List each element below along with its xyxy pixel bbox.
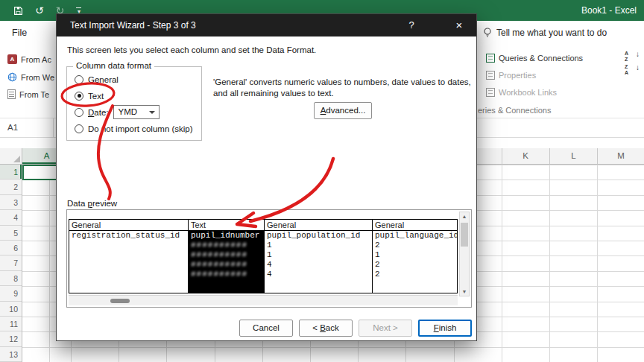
access-icon: A bbox=[7, 54, 17, 64]
save-icon[interactable] bbox=[13, 6, 23, 16]
column-data-format-group: Column data format General Text Date: YM… bbox=[66, 66, 202, 141]
preview-vertical-scrollbar[interactable]: ▲ ▼ bbox=[459, 212, 470, 296]
scroll-up-icon[interactable]: ▲ bbox=[460, 214, 469, 219]
next-button: Next > bbox=[359, 320, 412, 337]
globe-icon bbox=[7, 72, 17, 82]
name-box[interactable]: A1 bbox=[0, 118, 54, 137]
radio-text[interactable]: Text bbox=[75, 91, 104, 101]
workbook-title: Book1 - Excel bbox=[581, 0, 637, 21]
group-legend: Column data format bbox=[73, 61, 154, 70]
radio-circle[interactable] bbox=[75, 75, 83, 84]
radio-skip-label: Do not import column (skip) bbox=[88, 124, 193, 133]
preview-table: General registration_status_id Text pup bbox=[69, 219, 458, 293]
row-header[interactable]: 13 bbox=[0, 347, 22, 362]
text-file-icon bbox=[7, 89, 16, 99]
select-all-corner[interactable] bbox=[0, 148, 22, 164]
finish-button[interactable]: Finish bbox=[418, 320, 472, 337]
queries-connections-button[interactable]: Queries & Connections bbox=[486, 54, 583, 63]
date-format-dropdown[interactable]: YMD bbox=[113, 105, 160, 119]
column-header-l[interactable]: L bbox=[550, 148, 597, 164]
from-text-button[interactable]: From Te bbox=[7, 89, 49, 99]
cancel-button[interactable]: Cancel bbox=[239, 320, 293, 337]
properties-icon bbox=[486, 71, 495, 80]
sort-ascending-icon[interactable]: AZ↓ bbox=[625, 51, 640, 63]
radio-date[interactable]: Date: YMD bbox=[75, 107, 160, 117]
row-header[interactable]: 1 bbox=[0, 165, 22, 180]
back-button[interactable]: < Back bbox=[299, 320, 353, 337]
row-header[interactable]: 2 bbox=[0, 180, 22, 194]
dialog-intro-text: This screen lets you select each column … bbox=[67, 45, 316, 54]
queries-group-label: eries & Connections bbox=[478, 106, 551, 115]
workbook-links-button: Workbook Links bbox=[486, 88, 557, 97]
tell-me-box[interactable]: Tell me what you want to do bbox=[483, 28, 607, 38]
advanced-button[interactable]: Advanced... bbox=[314, 102, 372, 119]
horizontal-scroll-thumb[interactable] bbox=[110, 299, 130, 303]
date-format-value: YMD bbox=[119, 107, 138, 116]
scroll-down-icon[interactable]: ▼ bbox=[460, 289, 469, 294]
radio-general[interactable]: General bbox=[75, 74, 119, 84]
radio-circle[interactable] bbox=[75, 108, 83, 117]
preview-column-pupil-language-id[interactable]: General pupil_language_id 2 1 2 2 bbox=[373, 220, 458, 293]
sort-descending-icon[interactable]: ZA↓ bbox=[625, 64, 640, 77]
row-header[interactable]: 4 bbox=[0, 210, 22, 225]
help-button[interactable]: ? bbox=[396, 14, 427, 36]
row-header[interactable]: 9 bbox=[0, 286, 22, 301]
dialog-body: This screen lets you select each column … bbox=[57, 36, 476, 340]
column-header-m[interactable]: M bbox=[598, 148, 644, 164]
radio-skip[interactable]: Do not import column (skip) bbox=[75, 124, 193, 133]
queries-icon bbox=[486, 54, 495, 63]
vertical-scroll-thumb[interactable] bbox=[461, 223, 468, 247]
dialog-titlebar: Text Import Wizard - Step 3 of 3 ? × bbox=[57, 14, 476, 36]
customize-qat-icon[interactable]: ▾ bbox=[76, 7, 81, 13]
links-icon bbox=[486, 88, 495, 97]
row-headers: 1 2 3 4 5 6 7 8 9 10 11 12 13 bbox=[0, 165, 22, 362]
row-header[interactable]: 5 bbox=[0, 226, 22, 241]
general-format-hint: 'General' converts numeric values to num… bbox=[213, 77, 479, 99]
row-header[interactable]: 3 bbox=[0, 195, 22, 210]
tell-me-label: Tell me what you want to do bbox=[496, 28, 607, 38]
preview-column-pupil-population-id[interactable]: General pupil_population_id 1 1 4 4 bbox=[265, 220, 373, 293]
excel-window: ↺ ↻ ▾ Book1 - Excel File Tell me what yo… bbox=[0, 0, 644, 362]
row-header[interactable]: 10 bbox=[0, 302, 22, 317]
row-header[interactable]: 6 bbox=[0, 241, 22, 255]
radio-circle[interactable] bbox=[75, 124, 83, 133]
close-icon[interactable]: × bbox=[442, 14, 476, 36]
radio-general-label: General bbox=[88, 75, 119, 84]
preview-column-pupil-idnumber[interactable]: Text pupil_idnumber ########## #########… bbox=[189, 220, 265, 293]
row-header[interactable]: 8 bbox=[0, 271, 22, 286]
lightbulb-icon bbox=[483, 28, 492, 38]
row-header[interactable]: 12 bbox=[0, 331, 22, 346]
data-preview-box: General registration_status_id Text pup bbox=[66, 209, 472, 308]
radio-text-label: Text bbox=[88, 92, 104, 101]
preview-horizontal-scrollbar[interactable] bbox=[69, 295, 458, 305]
from-access-button[interactable]: A From Ac bbox=[7, 54, 51, 64]
text-import-wizard-dialog: Text Import Wizard - Step 3 of 3 ? × Thi… bbox=[56, 13, 477, 341]
undo-icon[interactable]: ↺ bbox=[35, 5, 44, 16]
dialog-title: Text Import Wizard - Step 3 of 3 bbox=[70, 14, 196, 36]
row-header[interactable]: 11 bbox=[0, 317, 22, 331]
column-header-k[interactable]: K bbox=[502, 148, 549, 164]
tab-file[interactable]: File bbox=[12, 28, 27, 38]
radio-date-label: Date: bbox=[88, 108, 109, 117]
radio-circle-selected[interactable] bbox=[75, 92, 83, 101]
data-preview-label: Data preview bbox=[67, 199, 117, 208]
properties-button: Properties bbox=[486, 71, 536, 80]
preview-column-registration-status-id[interactable]: General registration_status_id bbox=[69, 220, 189, 293]
from-web-button[interactable]: From We bbox=[7, 72, 54, 82]
row-header[interactable]: 7 bbox=[0, 255, 22, 270]
